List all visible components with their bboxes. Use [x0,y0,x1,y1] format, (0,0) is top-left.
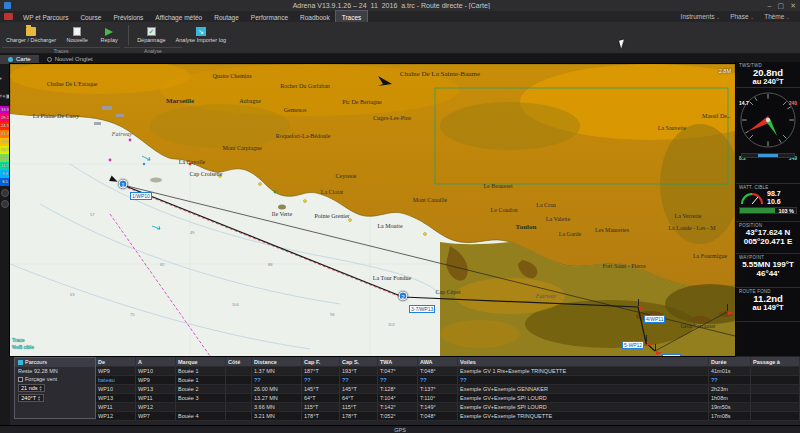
table-cell: T:110° [418,394,458,402]
tab-nouvel-label: Nouvel Onglet [55,55,93,64]
table-cell: 64°T [340,394,378,402]
svg-text:49: 49 [190,230,195,235]
menu-tab-performance[interactable]: Performance [245,11,294,22]
spinner-icon[interactable]: ▲▼ [37,395,41,401]
waypoint-marker[interactable]: 1 [119,180,128,189]
nouvelle-label: Nouvelle [66,37,87,43]
map-place-label: Gros Sarranier [680,323,715,329]
vb-cible-label[interactable]: %vB cible [12,344,34,350]
dropdown-thème[interactable]: Thème ⌄ [760,13,794,20]
table-cell: T:149° [418,403,458,411]
tws-twd-panel[interactable]: TWS/TWD 20.8nd au 240°T [736,62,800,88]
table-row[interactable]: bateauWP9Bouée 1?????????????? [96,376,800,385]
table-cell: WP10 [136,367,176,375]
compass-panel[interactable]: 14.7 240 8.2 149 [736,88,800,184]
chart-map[interactable]: 5782104 967563 8810249 [10,64,735,356]
waypoint-marker[interactable]: 2 [399,292,408,301]
table-cell: WP10 [96,385,136,393]
menu-tab-wp-et-parcours[interactable]: WP et Parcours [17,11,74,22]
table-cell: 178°T [302,412,340,420]
close-button[interactable]: ✕ [790,2,796,10]
watt-value-1: 98.7 [767,190,781,198]
map-place-label: La Londe - Les - M [668,225,715,231]
flag-triangle [647,342,653,346]
waypoint-label: 6-WP7 [662,354,681,356]
table-header-cell[interactable]: Distance [252,357,302,366]
table-row[interactable]: WP10WP13Bouée 226.00 MN145°T145°TT:128°T… [96,385,800,394]
tab-nouvel-onglet[interactable]: Nouvel Onglet [39,55,101,64]
table-row[interactable]: WP9WP10Bouée 11.37 MN187°T193°TT:047°T:0… [96,367,800,376]
nouvelle-button[interactable]: Nouvelle [62,23,92,47]
table-cell: 2h23m [709,385,751,393]
spinner-icon[interactable]: ▲▼ [39,385,43,391]
waypoint-panel[interactable]: WAYPOINT 5.55MN 199°T 46°44' [736,254,800,288]
table-header-cell[interactable]: Passage à [751,357,800,366]
maximize-button[interactable]: ▢ [778,2,785,10]
chevron-down-icon: ⌄ [715,14,721,20]
table-header-cell[interactable]: Cap S. [340,357,378,366]
wind-direction-field[interactable]: 240°T ▲▼ [18,394,44,402]
chart-scale-label: 2.8M [719,68,731,74]
watt-cible-panel[interactable]: WATT. CIBLE 98.7 10.6 103 % [736,184,800,222]
table-row[interactable]: WP11WP123.66 MN115°T115°TT:142°T:149°Exe… [96,403,800,412]
table-row[interactable]: WP12WP7Bouée 43.21 MN178°T178°TT:052°T:0… [96,412,800,421]
wind-scale-cell: 33.9 [0,106,10,114]
parcours-panel: Parcours Reste 92.28 MN Forçage vent 21 … [14,357,96,419]
menu-tab-course[interactable]: Course [74,11,107,22]
table-cell: ?? [302,376,340,384]
table-header-cell[interactable]: TWA [378,357,418,366]
wind-speed-field[interactable]: 21 nds ▲▼ [18,384,45,392]
menu-right: Instruments ⌄Phase ⌄Thème ⌄ [677,13,794,20]
table-header-cell[interactable]: Côté [226,357,252,366]
dropdown-phase[interactable]: Phase ⌄ [726,13,758,20]
map-place-label: La Moutte [377,223,402,229]
app-menu-icon[interactable] [4,13,13,20]
replay-button[interactable]: Replay [94,23,124,47]
map-place-label: La Cayolle [179,159,206,165]
table-header-cell[interactable]: Durée [709,357,751,366]
table-header-cell[interactable]: AWA [418,357,458,366]
table-cell: T:048° [418,412,458,420]
table-header-cell[interactable]: Marque [176,357,226,366]
boat-center-button[interactable] [1,200,9,208]
minimize-button[interactable]: – [768,2,772,10]
tab-carte[interactable]: Carte [0,55,39,64]
map-place-label: Chaîne De La Sainte-Baume [400,71,480,77]
depannage-button[interactable]: ✓Dépannage [133,23,169,47]
trace-label[interactable]: Trace [12,337,25,343]
menu-tab-routage[interactable]: Routage [208,11,245,22]
legs-table[interactable]: DeAMarqueCôtéDistanceCap F.Cap S.TWAAWAV… [96,357,800,421]
table-header-cell[interactable]: A [136,357,176,366]
menu-tab-pr-visions[interactable]: Prévisions [107,11,149,22]
waypoint-label: 3-7/WP13 [409,305,435,313]
zoom-in-tool-icon[interactable]: + [0,75,2,81]
map-place-label: Ile Verte [272,211,292,217]
table-cell: 17m08s [709,412,751,420]
menu-tab-traces[interactable]: Traces [336,11,368,22]
table-cell: 41m01s [709,367,751,375]
position-panel[interactable]: POSITION 43°17.624 N 005°20.471 E [736,222,800,254]
view-tabstrip: Carte Nouvel Onglet [0,54,800,64]
flag-pole [727,304,728,311]
table-cell: 187°T [302,367,340,375]
forcage-vent-checkbox[interactable] [18,377,23,382]
table-header-cell[interactable]: De [96,357,136,366]
map-tab-icon [8,57,13,62]
table-cell: ?? [378,376,418,384]
charger-button[interactable]: Charger / Décharger [2,23,60,47]
wind-speed-value: 21 nds [21,385,38,392]
compass-rose-button[interactable] [1,189,9,197]
forcage-vent-label: Forçage vent [25,376,57,382]
table-header-cell[interactable]: Cap F. [302,357,340,366]
analyse-import-button[interactable]: ↘Analyse Importer log [172,23,230,47]
table-row[interactable]: WP13WP11Bouée 313.27 MN64°T64°TT:104°T:1… [96,394,800,403]
map-place-label: Mont Carpiagne [222,145,261,151]
table-cell: Exemple GV+Exemple SPI LOURD [458,403,709,411]
menu-tab-roadbook[interactable]: Roadbook [294,11,336,22]
dropdown-instruments[interactable]: Instruments ⌄ [677,13,725,20]
table-header-cell[interactable]: Voiles [458,357,709,366]
menu-tab-affichage-m-t-o[interactable]: Affichage météo [149,11,208,22]
route-fond-panel[interactable]: ROUTE FOND 11.2nd au 149°T [736,288,800,322]
parcours-header[interactable]: Parcours [15,358,95,367]
map-place-label: Roquefort-La-Bédoule [276,133,331,139]
